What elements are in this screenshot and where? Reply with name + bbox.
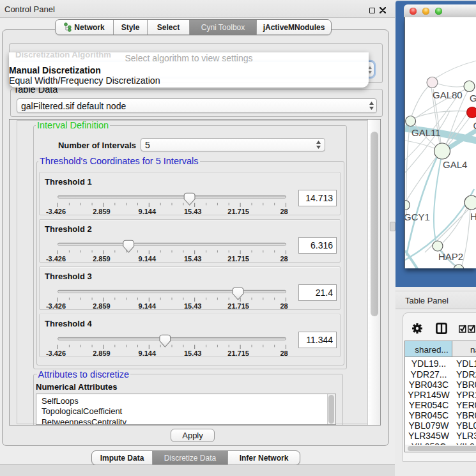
svg-text:GAL4: GAL4 — [443, 159, 467, 170]
svg-text:H: H — [470, 211, 476, 222]
svg-text:GCY1: GCY1 — [405, 211, 430, 222]
svg-text:GAL11: GAL11 — [411, 127, 441, 138]
svg-text:G.: G. — [470, 93, 476, 104]
svg-text:C: C — [473, 120, 476, 131]
svg-text:HAP2: HAP2 — [438, 251, 463, 262]
svg-text:GAL80: GAL80 — [433, 89, 463, 100]
